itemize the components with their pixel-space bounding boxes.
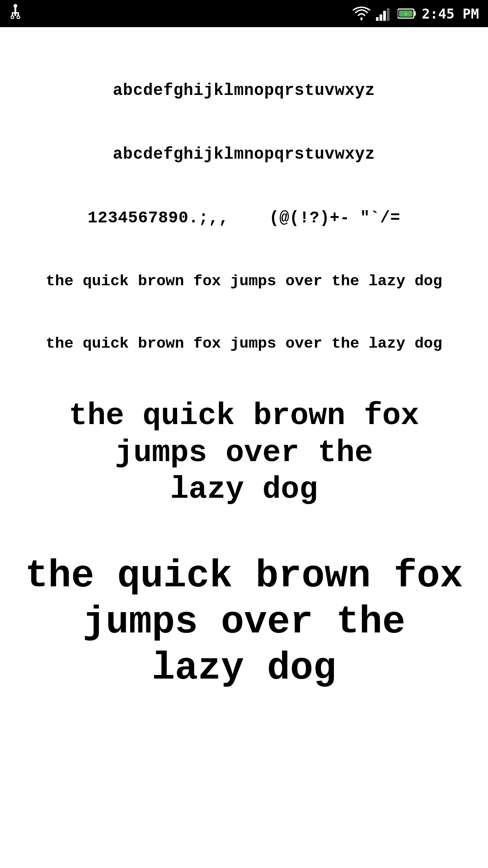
sentence-2-text: the quick brown fox jumps over the lazy … [46, 335, 442, 352]
alphabet-text-2: abcdefghijklmnopqrstuvwxyz [113, 145, 375, 164]
sentence-4-block: the quick brown fox jumps over thelazy d… [18, 526, 470, 710]
main-content: abcdefghijklmnopqrstuvwxyz abcdefghijklm… [0, 27, 488, 737]
svg-rect-1 [14, 6, 16, 16]
wifi-icon [352, 6, 371, 21]
svg-rect-8 [376, 17, 379, 21]
svg-rect-3 [12, 12, 13, 16]
numbers-text: 1234567890.;,, (@(!?)+- "`/= [88, 209, 400, 227]
alphabet-text-1: abcdefghijklmnopqrstuvwxyz [113, 81, 375, 100]
svg-point-7 [360, 18, 362, 20]
numbers-line: 1234567890.;,, (@(!?)+- "`/= [18, 182, 470, 245]
status-time: 2:45 PM [422, 6, 479, 22]
sentence-3-text: the quick brown fox jumps over thelazy d… [18, 397, 470, 508]
status-bar: ⚡ 2:45 PM [0, 0, 488, 27]
svg-point-6 [17, 16, 20, 19]
status-left-icons [9, 4, 22, 23]
sentence-3-block: the quick brown fox jumps over thelazy d… [18, 370, 470, 526]
alphabet-line-1: abcdefghijklmnopqrstuvwxyz [18, 54, 470, 118]
svg-text:⚡: ⚡ [404, 11, 407, 17]
svg-rect-4 [18, 12, 19, 16]
sentence-1-text: the quick brown fox jumps over the lazy … [46, 273, 442, 290]
usb-icon [9, 4, 22, 23]
sentence-4-text: the quick brown fox jumps over thelazy d… [18, 553, 470, 692]
svg-rect-9 [380, 14, 382, 21]
svg-rect-13 [414, 11, 416, 16]
svg-point-5 [11, 16, 14, 19]
svg-rect-11 [387, 8, 389, 21]
signal-icon [376, 6, 392, 21]
status-right-icons: ⚡ 2:45 PM [352, 6, 479, 22]
battery-icon: ⚡ [398, 7, 417, 20]
sentence-1-block: the quick brown fox jumps over the lazy … [18, 245, 470, 308]
sentence-2-block: the quick brown fox jumps over the lazy … [18, 308, 470, 370]
svg-rect-10 [383, 11, 386, 21]
alphabet-line-2: abcdefghijklmnopqrstuvwxyz [18, 118, 470, 182]
